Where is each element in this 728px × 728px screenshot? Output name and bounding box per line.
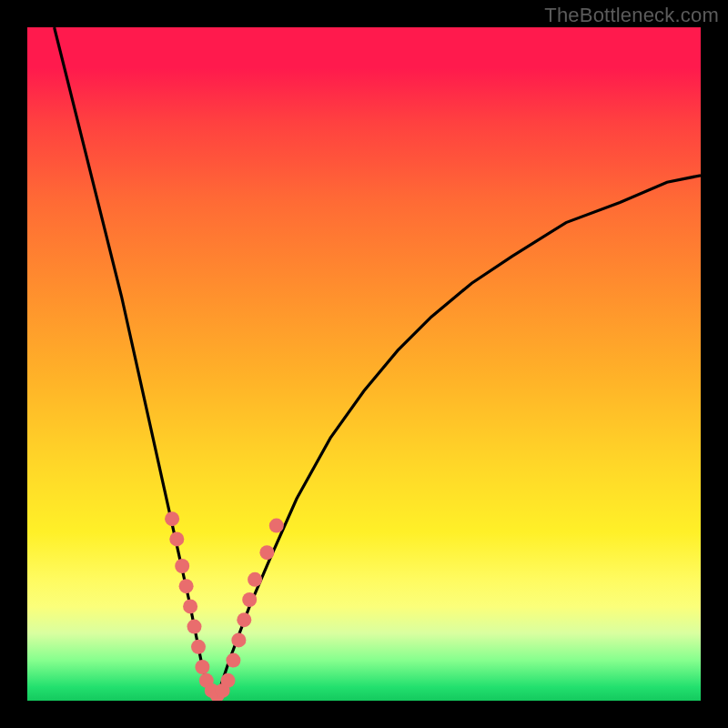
watermark-text: TheBottleneck.com <box>544 4 719 27</box>
data-point <box>242 592 257 607</box>
data-point <box>187 620 202 634</box>
data-point <box>226 653 240 668</box>
data-point <box>231 632 246 647</box>
data-point <box>179 579 194 593</box>
data-point <box>269 519 284 533</box>
data-point <box>221 673 236 688</box>
chart-svg <box>27 27 701 701</box>
data-point <box>191 640 206 654</box>
right-branch-curve <box>216 176 701 701</box>
data-point <box>175 559 189 573</box>
data-point <box>237 612 251 627</box>
plot-area <box>27 27 701 701</box>
data-point <box>248 572 262 587</box>
data-point <box>195 660 209 674</box>
data-point <box>183 599 197 613</box>
data-point <box>165 511 179 526</box>
data-point <box>259 545 274 560</box>
data-point <box>169 531 184 546</box>
